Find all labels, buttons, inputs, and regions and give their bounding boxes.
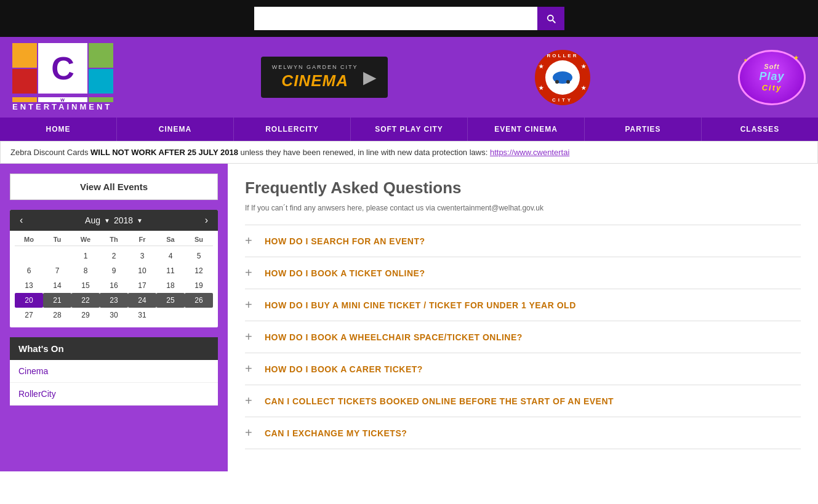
whats-on-section: What's On Cinema RollerCity (10, 337, 218, 406)
cal-day-13[interactable]: 13 (15, 278, 43, 293)
nav-softplaycity[interactable]: SOFT PLAY CITY (351, 118, 468, 141)
day-header-th: Th (100, 236, 128, 243)
nav-eventcinema[interactable]: EVENT CINEMA (468, 118, 585, 141)
faq-item-1[interactable]: + HOW DO I BOOK A TICKET ONLINE? (245, 257, 801, 289)
svg-point-4 (555, 80, 559, 84)
svg-text:★: ★ (539, 63, 544, 70)
nav-parties[interactable]: PARTIES (585, 118, 702, 141)
sidebar: View All Events ‹ Aug ▼ 2018 ▼ › Mo Tu W… (0, 164, 228, 471)
calendar-next-button[interactable]: › (202, 215, 211, 226)
notice-text-after: unless they have been renewed, in line w… (241, 148, 490, 157)
main-layout: View All Events ‹ Aug ▼ 2018 ▼ › Mo Tu W… (0, 164, 818, 471)
nav-home[interactable]: HOME (0, 118, 117, 141)
notice-text-before: Zebra Discount Cards (10, 148, 90, 157)
cal-day-27[interactable]: 27 (15, 308, 43, 322)
cal-day-17[interactable]: 17 (128, 278, 156, 293)
cw-logo: C W ENTERTAINMENT (12, 43, 113, 111)
year-arrow-icon: ▼ (137, 217, 143, 224)
cal-day-28[interactable]: 28 (43, 308, 71, 322)
search-input[interactable] (254, 7, 537, 30)
calendar-days-header: Mo Tu We Th Fr Sa Su (15, 236, 213, 246)
cal-day-10[interactable]: 10 (128, 263, 156, 278)
search-form (254, 7, 564, 30)
cal-day-14[interactable]: 14 (43, 278, 71, 293)
site-header: C W ENTERTAINMENT WELWYN GARDEN CITY CIN… (0, 37, 818, 118)
calendar-week-5: 27 28 29 30 31 (15, 308, 213, 322)
search-icon (545, 13, 556, 24)
cal-day-18[interactable]: 18 (156, 278, 185, 293)
notice-link[interactable]: https://www.cwentertai (490, 148, 569, 157)
cal-day-4[interactable]: 4 (156, 249, 185, 263)
cal-day-empty (156, 308, 185, 322)
cw-squares: C (12, 43, 113, 94)
cal-day-24[interactable]: 24 (128, 293, 156, 308)
cal-day-12[interactable]: 12 (185, 263, 213, 278)
cal-day-21[interactable]: 21 (43, 293, 71, 308)
faq-expand-icon-4: + (245, 362, 257, 376)
calendar-year: 2018 (114, 215, 133, 225)
faq-question-3: HOW DO I BOOK A WHEELCHAIR SPACE/TICKET … (265, 332, 523, 342)
month-arrow-icon: ▼ (104, 217, 110, 224)
faq-item-2[interactable]: + HOW DO I BUY A MINI CINE TICKET / TICK… (245, 289, 801, 321)
cal-day-2[interactable]: 2 (100, 249, 128, 263)
faq-expand-icon-6: + (245, 426, 257, 440)
cal-day-1[interactable]: 1 (71, 249, 100, 263)
faq-subtitle: If If you can´t find any anwsers here, p… (245, 204, 801, 212)
cal-day-26[interactable]: 26 (185, 293, 213, 308)
day-header-sa: Sa (156, 236, 185, 243)
faq-item-4[interactable]: + HOW DO I BOOK A CARER TICKET? (245, 353, 801, 385)
rollercity-logo: ★ ★ ★ ★ ROLLER CITY (535, 50, 590, 105)
calendar-week-1: 1 2 3 4 5 (15, 249, 213, 263)
calendar-prev-button[interactable]: ‹ (17, 215, 25, 226)
cal-day-9[interactable]: 9 (100, 263, 128, 278)
cal-day-20-today[interactable]: 20 (15, 293, 43, 308)
cal-day-empty (43, 249, 71, 263)
whats-on-cinema[interactable]: Cinema (10, 360, 218, 383)
day-header-fr: Fr (128, 236, 156, 243)
cal-day-22[interactable]: 22 (71, 293, 100, 308)
cal-day-5[interactable]: 5 (185, 249, 213, 263)
faq-content: Frequently Asked Questions If If you can… (228, 164, 818, 471)
notice-bar: Zebra Discount Cards WILL NOT WORK AFTER… (0, 141, 818, 164)
cal-day-25[interactable]: 25 (156, 293, 185, 308)
faq-item-3[interactable]: + HOW DO I BOOK A WHEELCHAIR SPACE/TICKE… (245, 321, 801, 353)
cal-day-7[interactable]: 7 (43, 263, 71, 278)
cal-day-29[interactable]: 29 (71, 308, 100, 322)
faq-item-6[interactable]: + CAN I EXCHANGE MY TICKETS? (245, 417, 801, 449)
cal-day-6[interactable]: 6 (15, 263, 43, 278)
cal-day-23[interactable]: 23 (100, 293, 128, 308)
cal-day-3[interactable]: 3 (128, 249, 156, 263)
nav-classes[interactable]: CLASSES (702, 118, 818, 141)
cal-day-19[interactable]: 19 (185, 278, 213, 293)
calendar-week-3: 13 14 15 16 17 18 19 (15, 278, 213, 293)
calendar-week-2: 6 7 8 9 10 11 12 (15, 263, 213, 278)
faq-item-0[interactable]: + HOW DO I SEARCH FOR AN EVENT? (245, 225, 801, 257)
faq-question-4: HOW DO I BOOK A CARER TICKET? (265, 364, 423, 374)
cal-day-15[interactable]: 15 (71, 278, 100, 293)
faq-question-1: HOW DO I BOOK A TICKET ONLINE? (265, 268, 425, 278)
faq-expand-icon-5: + (245, 394, 257, 408)
cal-day-31[interactable]: 31 (128, 308, 156, 322)
whats-on-rollercity[interactable]: RollerCity (10, 383, 218, 406)
cal-day-11[interactable]: 11 (156, 263, 185, 278)
svg-text:★: ★ (539, 85, 544, 91)
cal-day-16[interactable]: 16 (100, 278, 128, 293)
faq-item-5[interactable]: + CAN I COLLECT TICKETS BOOKED ONLINE BE… (245, 385, 801, 417)
cal-day-8[interactable]: 8 (71, 263, 100, 278)
svg-text:★: ★ (581, 85, 587, 91)
notice-text-bold: WILL NOT WORK AFTER 25 JULY 2018 (90, 148, 238, 157)
faq-expand-icon-1: + (245, 266, 257, 280)
calendar: ‹ Aug ▼ 2018 ▼ › Mo Tu We Th Fr Sa Su (10, 210, 218, 327)
faq-question-2: HOW DO I BUY A MINI CINE TICKET / TICKET… (265, 300, 576, 310)
calendar-month: Aug (85, 215, 100, 225)
faq-expand-icon-0: + (245, 234, 257, 248)
faq-title: Frequently Asked Questions (245, 178, 801, 198)
view-all-events-button[interactable]: View All Events (10, 174, 218, 200)
nav-cinema[interactable]: CINEMA (117, 118, 234, 141)
nav-rollercity[interactable]: ROLLERCITY (234, 118, 351, 141)
cinema-sub-text: WELWYN GARDEN CITY (272, 64, 358, 70)
cal-day-30[interactable]: 30 (100, 308, 128, 322)
search-button[interactable] (537, 7, 564, 30)
faq-question-0: HOW DO I SEARCH FOR AN EVENT? (265, 236, 425, 246)
svg-text:CITY: CITY (552, 97, 573, 103)
